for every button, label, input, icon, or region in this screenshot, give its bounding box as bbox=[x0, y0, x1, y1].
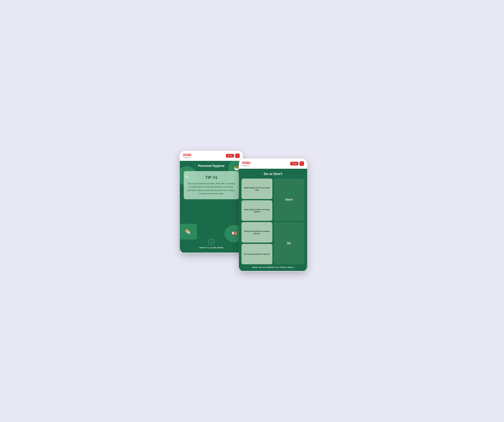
phone-slide-3: Rôllà Vietnamese 3 / 14 ⋮ Do or Don't Wa… bbox=[239, 159, 307, 271]
tip-number: TIP #1 bbox=[187, 175, 235, 180]
more-menu-button[interactable]: ⋮ bbox=[235, 153, 240, 158]
phone2-header: Rôllà Vietnamese 3 / 14 ⋮ bbox=[239, 159, 307, 169]
swipe-section: ∨ SWIPE TO LEARN MORE bbox=[199, 239, 223, 253]
chevron-down-icon[interactable]: ∨ bbox=[208, 239, 215, 245]
page-counter-2: 3 / 14 bbox=[290, 162, 299, 165]
dont-label-card: Don't bbox=[274, 179, 305, 221]
logo-subtitle-2: Vietnamese bbox=[242, 165, 250, 166]
header-right: 2 / 14 ⋮ bbox=[226, 153, 240, 158]
phone1-body: 🥗 🍜 🥕 🌯 🍱 Personal Hygiene TIP #1 Gloves… bbox=[180, 161, 243, 253]
logo-wrap: Rôllà Vietnamese bbox=[183, 153, 191, 158]
statement-card-4[interactable]: Use tongs instead of gloves bbox=[241, 244, 272, 264]
page-counter: 2 / 14 bbox=[226, 154, 234, 158]
logo-wrap-2: Rôllà Vietnamese bbox=[242, 161, 250, 166]
do-label-card: Do bbox=[274, 222, 305, 264]
do-dont-title: Do or Don't bbox=[241, 172, 305, 176]
phone2-body: Do or Don't Wash hands for 20 seconds on… bbox=[239, 169, 307, 271]
logo: Rôllà bbox=[183, 153, 191, 157]
logo-2: Rôllà bbox=[242, 161, 250, 165]
scene: Rôllà Vietnamese 2 / 14 ⋮ 🥗 🍜 🥕 🌯 bbox=[180, 151, 324, 271]
more-menu-button-2[interactable]: ⋮ bbox=[300, 161, 304, 166]
tip-card: TIP #1 Gloves are essential to being "fo… bbox=[184, 171, 239, 199]
drag-instruction: DRAG THE STATEMENTS TO THEIR LABELS bbox=[241, 264, 305, 268]
statement-card-2[interactable]: Wear gloves when carrying dishes bbox=[241, 200, 272, 221]
food-decoration-bot-left: 🌯 bbox=[180, 224, 197, 240]
drag-drop-grid: Wash hands for 20 seconds only Don't Wea… bbox=[241, 179, 305, 264]
header-right-2: 3 / 14 ⋮ bbox=[290, 161, 304, 166]
slide-title: Personal Hygiene bbox=[198, 164, 224, 168]
phone-slide-2: Rôllà Vietnamese 2 / 14 ⋮ 🥗 🍜 🥕 🌯 bbox=[180, 151, 243, 253]
tip-body: Gloves are essential to being "food safe… bbox=[187, 182, 235, 195]
statement-card-1[interactable]: Wash hands for 20 seconds only bbox=[241, 179, 272, 199]
phone1-header: Rôllà Vietnamese 2 / 14 ⋮ bbox=[180, 151, 243, 161]
statement-card-3[interactable]: Wash hands before putting gloves bbox=[241, 222, 272, 242]
logo-subtitle: Vietnamese bbox=[183, 157, 191, 158]
swipe-label: SWIPE TO LEARN MORE bbox=[199, 247, 223, 249]
